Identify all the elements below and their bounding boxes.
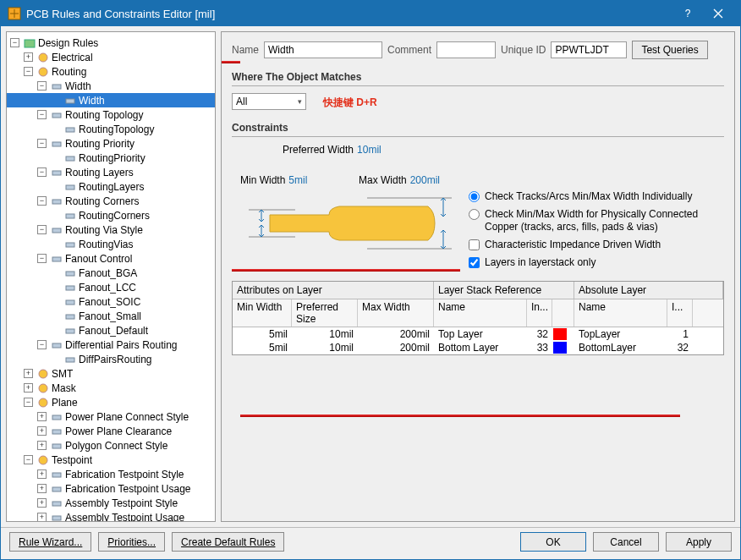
tree-item[interactable]: −Routing Topology (7, 107, 215, 122)
column-header[interactable]: Name (574, 299, 667, 327)
rules-tree[interactable]: −Design Rules+Electrical−Routing−WidthWi… (6, 31, 216, 522)
tree-toggle-icon[interactable]: + (37, 469, 47, 479)
tree-item-label: Plane (52, 397, 78, 409)
tree-item[interactable]: Fanout_BGA (7, 266, 215, 280)
tree-toggle-icon[interactable]: − (37, 340, 47, 349)
tree-item[interactable]: RoutingTopology (7, 122, 215, 136)
column-header[interactable]: In... (527, 299, 552, 327)
tree-toggle-icon[interactable]: + (24, 52, 33, 62)
tree-toggle-icon[interactable]: − (10, 38, 19, 47)
tree-item[interactable]: DiffPairsRouting (7, 352, 215, 366)
tree-toggle-icon[interactable]: − (37, 139, 47, 148)
tree-item[interactable]: −Width (7, 79, 215, 93)
tree-item[interactable]: −Differential Pairs Routing (7, 338, 215, 352)
ok-button[interactable]: OK (520, 532, 586, 552)
tree-item[interactable]: +Fabrication Testpoint Usage (7, 481, 215, 496)
tree-item[interactable]: RoutingLayers (7, 179, 215, 194)
tree-toggle-icon[interactable]: + (37, 426, 47, 436)
tree-item-label: RoutingTopology (79, 124, 154, 135)
layer-color-swatch (553, 328, 567, 340)
svg-rect-17 (66, 272, 74, 276)
tree-item[interactable]: Fanout_SOIC (7, 294, 215, 309)
tree-toggle-icon[interactable]: − (24, 455, 33, 464)
close-button[interactable] (703, 1, 733, 26)
rule-wizard-button[interactable]: Rule Wizard... (9, 532, 91, 552)
tree-item[interactable]: RoutingCorners (7, 208, 215, 222)
tree-toggle-icon[interactable]: − (24, 67, 33, 76)
tree-item[interactable]: Width (7, 93, 215, 107)
tree-toggle-icon[interactable]: − (37, 196, 47, 206)
tree-toggle-icon[interactable]: + (24, 383, 33, 393)
column-header[interactable]: Preferred Size (292, 299, 358, 327)
tree-toggle-icon[interactable]: + (37, 441, 47, 450)
min-width-value[interactable]: 5mil (288, 174, 307, 186)
help-button[interactable]: ? (672, 1, 703, 26)
test-queries-button[interactable]: Test Queries (632, 41, 707, 59)
apply-button[interactable]: Apply (666, 532, 732, 552)
column-header[interactable]: Min Width (233, 299, 292, 327)
tree-node-icon (37, 382, 49, 394)
tree-item[interactable]: +Polygon Connect Style (7, 438, 215, 453)
layerstack-checkbox[interactable] (469, 257, 480, 268)
tree-toggle-icon[interactable]: − (24, 398, 33, 407)
preferred-width-value[interactable]: 10mil (357, 144, 381, 156)
table-row[interactable]: 5mil10mil200milTop Layer32TopLayer1 (233, 327, 723, 341)
tree-item[interactable]: Fanout_Small (7, 309, 215, 323)
table-row[interactable]: 5mil10mil200milBottom Layer33BottomLayer… (233, 341, 723, 354)
name-input[interactable] (264, 41, 382, 58)
tree-item[interactable]: +Assembly Testpoint Usage (7, 510, 215, 522)
tree-item-label: Width (79, 95, 105, 107)
uid-input[interactable] (551, 41, 627, 58)
tree-item[interactable]: −Routing Via Style (7, 222, 215, 237)
priorities-button[interactable]: Priorities... (98, 532, 165, 552)
scope-select[interactable]: All ▾ (232, 93, 306, 110)
tree-item[interactable]: Fanout_Default (7, 323, 215, 338)
create-defaults-button[interactable]: Create Default Rules (172, 532, 284, 552)
tree-item[interactable]: +Electrical (7, 50, 215, 64)
svg-point-30 (39, 456, 47, 464)
max-width-value[interactable]: 200mil (410, 174, 440, 186)
tree-item[interactable]: RoutingPriority (7, 151, 215, 165)
tree-item[interactable]: +Power Plane Connect Style (7, 409, 215, 424)
cancel-button[interactable]: Cancel (593, 532, 659, 552)
tree-item[interactable]: Fanout_LCC (7, 280, 215, 294)
tree-item[interactable]: +Power Plane Clearance (7, 424, 215, 438)
tree-item[interactable]: −Fanout Control (7, 251, 215, 266)
tree-toggle-icon[interactable]: + (37, 513, 47, 522)
table-cell: 10mil (292, 327, 358, 341)
tree-item[interactable]: −Routing (7, 64, 215, 79)
tree-item[interactable]: −Design Rules (7, 36, 215, 50)
tree-toggle-icon[interactable]: + (24, 369, 33, 378)
tree-node-icon (64, 282, 76, 294)
svg-rect-11 (66, 185, 74, 189)
comment-input[interactable] (436, 41, 496, 58)
tree-item[interactable]: +Fabrication Testpoint Style (7, 467, 215, 481)
column-header[interactable]: I... (667, 299, 693, 327)
tree-toggle-icon[interactable]: − (37, 225, 47, 234)
check-individually-radio[interactable] (469, 191, 480, 202)
tree-item[interactable]: +SMT (7, 366, 215, 381)
column-header[interactable]: Name (434, 299, 527, 327)
tree-toggle-icon[interactable]: + (37, 498, 47, 508)
tree-toggle-icon[interactable]: − (37, 110, 47, 119)
tree-item[interactable]: −Routing Priority (7, 136, 215, 151)
tree-item[interactable]: −Testpoint (7, 453, 215, 467)
check-connected-radio[interactable] (469, 209, 480, 220)
tree-toggle-icon[interactable]: − (37, 81, 47, 91)
column-header[interactable] (552, 299, 574, 327)
tree-item[interactable]: −Routing Corners (7, 194, 215, 208)
tree-item[interactable]: +Mask (7, 381, 215, 395)
impedance-checkbox[interactable] (469, 239, 480, 250)
tree-toggle-icon[interactable]: + (37, 412, 47, 421)
tree-toggle-icon[interactable]: + (37, 484, 47, 493)
layer-attributes-table[interactable]: Attributes on Layer Layer Stack Referenc… (232, 281, 724, 355)
tree-item[interactable]: RoutingVias (7, 237, 215, 251)
tree-item-label: Power Plane Connect Style (65, 411, 189, 423)
column-header[interactable]: Max Width (358, 299, 434, 327)
tree-toggle-icon[interactable]: − (37, 254, 47, 263)
tree-item-label: Differential Pairs Routing (65, 339, 178, 351)
tree-toggle-icon[interactable]: − (37, 167, 47, 177)
tree-item[interactable]: −Plane (7, 395, 215, 409)
tree-item[interactable]: +Assembly Testpoint Style (7, 496, 215, 510)
tree-item[interactable]: −Routing Layers (7, 165, 215, 179)
